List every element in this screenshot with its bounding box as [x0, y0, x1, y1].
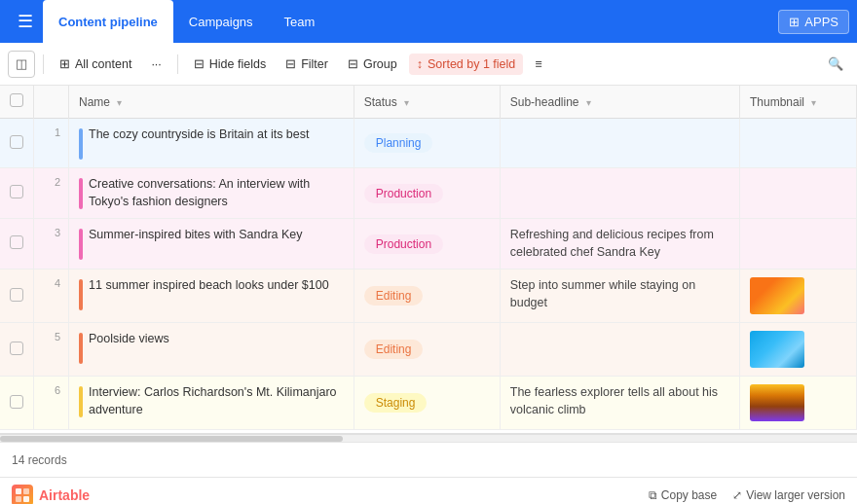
status-badge[interactable]: Production	[364, 184, 443, 203]
col-status-header[interactable]: Status ▾	[354, 86, 500, 119]
row-name: Creative conversations: An interview wit…	[89, 176, 344, 210]
row-checkbox[interactable]	[10, 185, 23, 198]
status-badge[interactable]: Editing	[364, 340, 424, 359]
sidebar-toggle-button[interactable]: ◫	[8, 51, 35, 78]
row-number: 4	[55, 277, 60, 289]
row-checkbox-cell[interactable]	[0, 119, 34, 168]
table-row[interactable]: 5 Poolside views Editing	[0, 323, 857, 377]
row-name: Interview: Carlos Richardson's Mt. Kilim…	[89, 384, 344, 418]
row-bar	[79, 333, 83, 364]
search-button[interactable]: 🔍	[822, 51, 849, 78]
nav-tabs: Content pipeline Campaigns Team	[43, 0, 330, 43]
row-checkbox[interactable]	[10, 135, 23, 149]
row-name-cell: Poolside views	[69, 323, 354, 377]
table-row[interactable]: 2 Creative conversations: An interview w…	[0, 168, 857, 219]
menu-icon[interactable]: ☰	[8, 11, 43, 32]
row-bar	[79, 128, 83, 160]
svg-rect-3	[23, 496, 29, 502]
row-number-cell: 1	[34, 119, 69, 168]
row-thumbnail-cell	[740, 219, 857, 270]
table-row[interactable]: 3 Summer-inspired bites with Sandra Key …	[0, 219, 857, 270]
row-name-cell: Interview: Carlos Richardson's Mt. Kilim…	[69, 377, 354, 430]
tab-content-pipeline[interactable]: Content pipeline	[43, 0, 173, 43]
table-header-row: Name ▾ Status ▾ Sub-headline ▾ Thumbnail…	[0, 86, 857, 119]
status-badge[interactable]: Staging	[364, 393, 428, 413]
table-container[interactable]: Name ▾ Status ▾ Sub-headline ▾ Thumbnail…	[0, 86, 857, 434]
row-thumbnail-cell	[740, 270, 857, 323]
table-row[interactable]: 1 The cozy countryside is Britain at its…	[0, 119, 857, 168]
row-number-cell: 3	[34, 219, 69, 270]
status-badge[interactable]: Production	[364, 234, 443, 254]
row-status-cell: Editing	[354, 270, 500, 323]
col-subheadline-header[interactable]: Sub-headline ▾	[500, 86, 739, 119]
col-name-header[interactable]: Name ▾	[69, 86, 354, 119]
row-height-icon: ≡	[535, 57, 541, 71]
view-more-button[interactable]: ···	[143, 54, 168, 75]
row-height-button[interactable]: ≡	[527, 54, 549, 75]
row-checkbox[interactable]	[10, 395, 23, 409]
col-thumbnail-header[interactable]: Thumbnail ▾	[740, 86, 857, 119]
row-number: 2	[55, 176, 60, 188]
sort-button[interactable]: ↕ Sorted by 1 field	[409, 54, 524, 75]
toolbar-separator-2	[177, 54, 178, 74]
airtable-logo: Airtable	[12, 485, 90, 505]
status-badge[interactable]: Planning	[364, 133, 433, 153]
row-subheadline-cell: Step into summer while staying on budget	[500, 270, 739, 323]
row-checkbox[interactable]	[10, 288, 23, 302]
apps-button[interactable]: ⊞ APPS	[778, 10, 849, 34]
row-status-cell: Editing	[354, 323, 500, 377]
row-number-cell: 2	[34, 168, 69, 219]
horizontal-scrollbar[interactable]	[0, 434, 857, 442]
table-row[interactable]: 6 Interview: Carlos Richardson's Mt. Kil…	[0, 377, 857, 430]
row-name: 11 summer inspired beach looks under $10…	[89, 277, 329, 295]
view-selector-button[interactable]: ⊞ All content	[52, 53, 139, 75]
copy-base-link[interactable]: ⧉ Copy base	[649, 488, 717, 502]
row-checkbox-cell[interactable]	[0, 377, 34, 430]
tab-team[interactable]: Team	[269, 0, 331, 43]
view-larger-link[interactable]: ⤢ View larger version	[732, 488, 845, 502]
scrollbar-thumb[interactable]	[0, 436, 343, 442]
row-number: 3	[55, 227, 60, 238]
row-thumbnail-cell	[740, 119, 857, 168]
table-row[interactable]: 4 11 summer inspired beach looks under $…	[0, 270, 857, 323]
header-checkbox[interactable]	[10, 93, 23, 107]
col-sort-icon: ▾	[117, 97, 122, 108]
row-status-cell: Planning	[354, 119, 500, 168]
row-number-cell: 4	[34, 270, 69, 323]
row-subheadline: Refreshing and delicious recipes from ce…	[510, 228, 714, 259]
more-icon: ···	[151, 57, 161, 71]
hide-fields-button[interactable]: ⊟ Hide fields	[186, 53, 274, 75]
search-icon: 🔍	[828, 56, 843, 71]
thumbnail-image	[750, 331, 804, 368]
grid-view-icon: ⊞	[59, 56, 70, 71]
row-name-cell: Creative conversations: An interview wit…	[69, 168, 354, 219]
top-navigation: ☰ Content pipeline Campaigns Team ⊞ APPS	[0, 0, 857, 43]
thumbnail-image	[750, 277, 804, 314]
nav-right: ⊞ APPS	[778, 10, 849, 34]
expand-icon: ⤢	[732, 488, 742, 502]
row-thumbnail-cell	[740, 168, 857, 219]
status-badge[interactable]: Editing	[364, 286, 424, 306]
row-checkbox[interactable]	[10, 342, 23, 355]
bottom-right-links: ⧉ Copy base ⤢ View larger version	[649, 488, 845, 502]
svg-rect-2	[16, 496, 21, 502]
row-checkbox-cell[interactable]	[0, 219, 34, 270]
row-bar	[79, 279, 83, 310]
row-subheadline-cell	[500, 119, 739, 168]
row-checkbox-cell[interactable]	[0, 323, 34, 377]
row-checkbox[interactable]	[10, 235, 23, 249]
filter-button[interactable]: ⊟ Filter	[278, 53, 336, 75]
svg-rect-1	[23, 488, 29, 494]
thumbnail-image	[750, 384, 804, 421]
col-rownum-header	[34, 86, 69, 119]
row-thumbnail-cell	[740, 323, 857, 377]
row-checkbox-cell[interactable]	[0, 270, 34, 323]
row-bar	[79, 386, 83, 417]
row-subheadline-cell	[500, 168, 739, 219]
sort-icon: ↕	[417, 57, 423, 71]
row-checkbox-cell[interactable]	[0, 168, 34, 219]
copy-base-icon: ⧉	[649, 488, 657, 502]
group-button[interactable]: ⊟ Group	[340, 53, 405, 75]
tab-campaigns[interactable]: Campaigns	[173, 0, 269, 43]
row-status-cell: Staging	[354, 377, 500, 430]
